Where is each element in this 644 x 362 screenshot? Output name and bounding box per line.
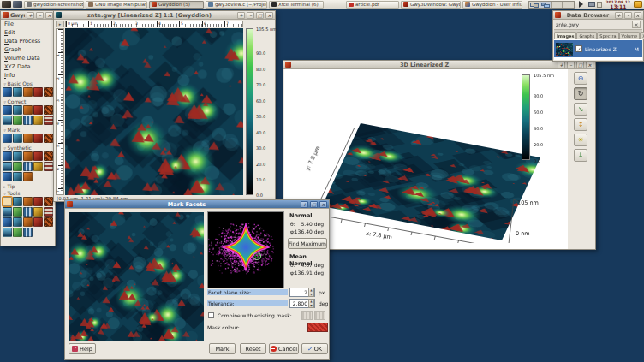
network-monitor-icon[interactable] xyxy=(588,2,595,7)
tool-icon[interactable] xyxy=(44,197,53,206)
menu-graph[interactable]: Graph xyxy=(1,45,55,54)
synthetic-icon[interactable] xyxy=(33,162,43,171)
show-desktop-icon[interactable] xyxy=(13,1,22,8)
tool-icon[interactable] xyxy=(44,207,53,217)
section-tip[interactable]: Tip xyxy=(1,182,55,189)
workspace-4[interactable] xyxy=(563,2,574,8)
workspace-1[interactable] xyxy=(529,2,540,8)
menu-volume-data[interactable]: Volume Data xyxy=(1,54,55,62)
tab-graphs[interactable]: Graphs xyxy=(576,32,597,39)
mark-icon[interactable] xyxy=(3,134,12,143)
tool-icon[interactable] xyxy=(33,217,43,227)
synthetic-icon[interactable] xyxy=(3,162,12,171)
close-button[interactable] xyxy=(265,12,273,19)
tool-icon[interactable] xyxy=(3,197,12,206)
close-button[interactable] xyxy=(586,62,593,68)
basic-ops-icon[interactable] xyxy=(33,87,43,97)
basic-ops-icon[interactable] xyxy=(13,87,22,97)
mark-icon[interactable] xyxy=(33,134,43,143)
basic-ops-icon[interactable] xyxy=(44,87,53,97)
synthetic-icon[interactable] xyxy=(44,151,53,161)
synthetic-icon[interactable] xyxy=(3,172,12,181)
tool-icon[interactable] xyxy=(23,217,33,227)
tool-icon[interactable] xyxy=(33,207,43,217)
stick-button[interactable] xyxy=(27,12,34,19)
ruler-units-button[interactable]: ▸ xyxy=(56,21,64,27)
cancel-button[interactable]: Cancel xyxy=(269,343,299,354)
minimize-button[interactable] xyxy=(247,12,254,19)
workspace-2[interactable] xyxy=(540,2,552,8)
synthetic-icon[interactable] xyxy=(13,151,22,161)
view3d-tool-value-scale-mode[interactable]: ↕ xyxy=(574,118,587,131)
spinner-arrows[interactable]: ▲▼ xyxy=(308,299,314,308)
section-correct[interactable]: Correct xyxy=(1,98,55,104)
maximize-button[interactable] xyxy=(576,62,584,68)
close-button[interactable] xyxy=(634,12,641,19)
close-file-button[interactable]: × xyxy=(632,21,641,28)
view3d-tool-view-settings[interactable]: ⊕ xyxy=(574,72,587,85)
menu-xyz-data[interactable]: XYZ Data xyxy=(1,62,55,71)
mask-colour-swatch[interactable] xyxy=(307,323,328,332)
tool-icon[interactable] xyxy=(13,228,22,237)
mark-icon[interactable] xyxy=(44,134,53,143)
data-browser-titlebar[interactable]: Data Browser xyxy=(553,11,643,20)
stick-button[interactable] xyxy=(558,62,565,68)
correct-icon[interactable] xyxy=(23,116,33,125)
correct-icon[interactable] xyxy=(13,105,22,115)
clipboard-icon[interactable] xyxy=(597,2,602,8)
workspace-3[interactable] xyxy=(552,2,563,8)
tool-icon[interactable] xyxy=(13,207,22,217)
tool-icon[interactable] xyxy=(13,197,22,206)
find-maximum-button[interactable]: Find Maximum xyxy=(288,238,327,249)
tool-icon[interactable] xyxy=(44,217,53,227)
menu-data-process[interactable]: Data Process xyxy=(1,37,55,45)
section-tools[interactable]: Tools xyxy=(1,189,55,196)
synthetic-icon[interactable] xyxy=(44,162,53,171)
menu-file[interactable]: File xyxy=(1,20,55,28)
channel-row[interactable]: ✓ Linearized Z M xyxy=(554,40,642,57)
applications-menu-icon[interactable] xyxy=(2,1,11,8)
section-basic-ops[interactable]: Basic Ops xyxy=(1,80,55,86)
spm-image[interactable] xyxy=(65,28,243,195)
view3d-tool-scale-mode[interactable]: ↘ xyxy=(574,103,587,116)
basic-ops-icon[interactable] xyxy=(23,87,33,97)
synthetic-icon[interactable] xyxy=(33,151,43,161)
view3d-tool-rotate-mode[interactable]: ↻ xyxy=(574,87,587,100)
tab-spectra[interactable]: Spectra xyxy=(597,32,618,39)
close-button[interactable] xyxy=(45,12,53,19)
task-button-active[interactable]: Gwyddion (5) xyxy=(149,1,204,9)
maximize-button[interactable] xyxy=(310,201,318,208)
correct-icon[interactable] xyxy=(13,116,22,125)
dialog-titlebar[interactable]: Mark Facets xyxy=(65,200,329,209)
maximize-button[interactable] xyxy=(256,12,264,19)
correct-icon[interactable] xyxy=(23,105,33,115)
reset-button[interactable]: Reset xyxy=(240,343,266,354)
section-mark[interactable]: Mark xyxy=(1,126,55,133)
view3d-tool-export[interactable]: ⇓ xyxy=(574,149,587,162)
basic-ops-icon[interactable] xyxy=(3,87,12,97)
facet-orientation-view[interactable] xyxy=(207,211,284,288)
view3d-titlebar[interactable]: 3D Linearized Z xyxy=(283,61,595,69)
correct-icon[interactable] xyxy=(44,105,53,115)
menu-edit[interactable]: Edit xyxy=(1,28,55,37)
synthetic-icon[interactable] xyxy=(13,172,22,181)
tool-icon[interactable] xyxy=(33,197,43,206)
mark-icon[interactable] xyxy=(13,134,22,143)
task-button[interactable]: GNU Image Manipulati... xyxy=(86,1,147,9)
mask-intersect-button[interactable] xyxy=(314,311,325,320)
volume-icon[interactable] xyxy=(579,1,587,8)
tool-icon[interactable] xyxy=(3,228,12,237)
correct-icon[interactable] xyxy=(44,116,53,125)
task-button[interactable]: gwy3dview.c (~/Project... xyxy=(206,1,267,9)
tab-images[interactable]: Images xyxy=(554,32,576,39)
help-button[interactable]: ?Help xyxy=(69,343,96,354)
toolbox-titlebar[interactable]: Gwyddion xyxy=(1,11,55,20)
task-button[interactable]: article.pdf xyxy=(346,1,399,9)
stick-button[interactable] xyxy=(615,12,623,19)
tool-icon[interactable] xyxy=(23,197,33,206)
masked-preview-image[interactable] xyxy=(69,212,204,341)
tool-icon[interactable] xyxy=(23,207,33,217)
minimize-button[interactable] xyxy=(567,62,575,68)
correct-icon[interactable] xyxy=(33,105,43,115)
ok-button[interactable]: ✓OK xyxy=(301,343,328,354)
